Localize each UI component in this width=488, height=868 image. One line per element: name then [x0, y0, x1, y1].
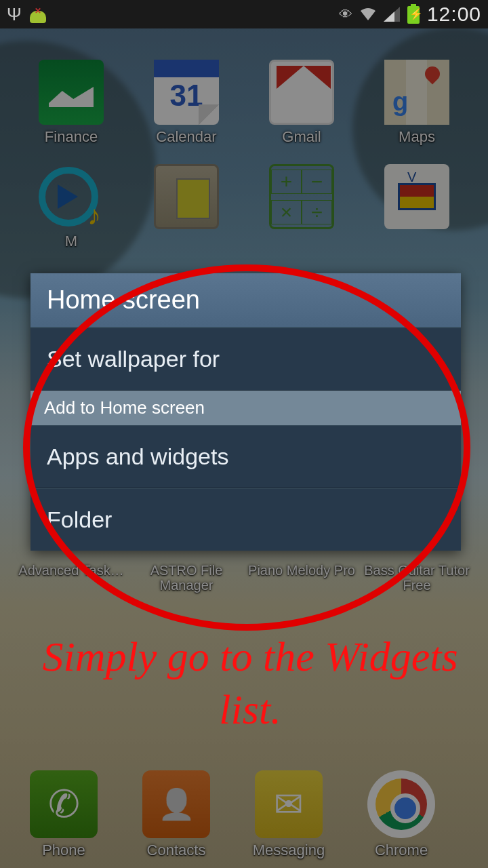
dialog-title: Home screen: [30, 273, 461, 328]
android-debug-icon: ✕: [30, 5, 46, 23]
signal-icon: [384, 7, 400, 22]
menu-section-add-to-home: Add to Home screen: [30, 391, 461, 425]
menu-item-set-wallpaper[interactable]: Set wallpaper for: [30, 328, 461, 391]
battery-charging-icon: ⚡: [407, 5, 420, 24]
wifi-icon: [359, 7, 377, 22]
smart-stay-icon: 👁: [339, 7, 352, 22]
status-bar: Ψ ✕ 👁 ⚡ 12:00: [0, 0, 488, 28]
home-screen-context-menu: Home screen Set wallpaper for Add to Hom…: [30, 273, 461, 551]
menu-item-apps-widgets[interactable]: Apps and widgets: [30, 425, 461, 488]
menu-item-folder[interactable]: Folder: [30, 488, 461, 551]
usb-icon: Ψ: [7, 4, 22, 25]
status-clock: 12:00: [427, 3, 481, 26]
